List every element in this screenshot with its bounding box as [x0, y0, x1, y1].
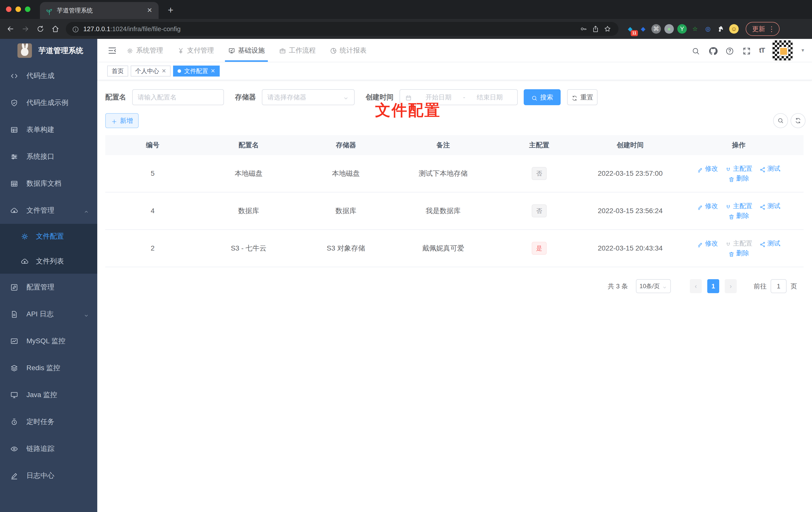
window-controls[interactable] — [6, 6, 30, 12]
sidebar-item-数据库文档[interactable]: 数据库文档 — [0, 170, 97, 197]
minimize-window-button[interactable] — [16, 6, 21, 12]
tag-文件配置[interactable]: 文件配置✕ — [173, 65, 220, 77]
back-icon[interactable] — [4, 23, 17, 35]
edit-pencil-icon — [697, 241, 703, 248]
chart-icon — [10, 337, 19, 345]
share-icon[interactable] — [589, 23, 602, 35]
nav-tab-基础设施[interactable]: 基础设施 — [228, 39, 265, 62]
extension-badge: 11 — [631, 30, 638, 36]
sidebar-item-文件管理[interactable]: 文件管理 — [0, 197, 97, 224]
tag-个人中心[interactable]: 个人中心✕ — [131, 65, 171, 77]
edit-action[interactable]: 修改 — [697, 239, 718, 248]
sidebar-item-Redis 监控[interactable]: Redis 监控 — [0, 355, 97, 381]
puzzle-extension-icon[interactable] — [716, 24, 726, 34]
nav-tab-系统管理[interactable]: 系统管理 — [126, 39, 163, 62]
delete-action[interactable]: 删除 — [728, 174, 749, 183]
master-action[interactable]: 主配置 — [725, 239, 752, 248]
close-window-button[interactable] — [6, 6, 11, 12]
nav-tab-统计报表[interactable]: 统计报表 — [330, 39, 367, 62]
command-extension-icon[interactable]: ⌘ — [651, 24, 661, 34]
recorder-extension-icon[interactable]: ● — [664, 24, 674, 34]
test-action[interactable]: 测试 — [759, 239, 780, 248]
sidebar-item-系统接口[interactable]: 系统接口 — [0, 143, 97, 170]
sliders-icon — [10, 153, 19, 161]
refresh-table-button[interactable] — [790, 113, 806, 128]
show-search-button[interactable] — [773, 113, 788, 128]
home-icon[interactable] — [49, 23, 62, 35]
forward-icon[interactable] — [19, 23, 32, 35]
cell-actions: 修改 主配置 测试 删除 — [674, 202, 804, 220]
tag-close-icon[interactable]: ✕ — [210, 68, 215, 74]
chrome-update-button[interactable]: 更新 ⋮ — [746, 22, 780, 36]
sidebar-item-配置管理[interactable]: 配置管理 — [0, 274, 97, 301]
sidebar-item-日志中心[interactable]: 日志中心 — [0, 462, 97, 489]
eye-extension-icon[interactable]: ◎ — [703, 24, 713, 34]
password-key-icon[interactable] — [578, 23, 589, 35]
browser-tab[interactable]: 芋道管理系统 ✕ — [40, 2, 158, 19]
sidebar-item-链路追踪[interactable]: 链路追踪 — [0, 435, 97, 462]
sidebar-item-表单构建[interactable]: 表单构建 — [0, 116, 97, 143]
table-body: 5 本地磁盘 本地磁盘 测试下本地存储 否 2022-03-15 23:57:0… — [105, 155, 804, 267]
sidebar-item-文件列表[interactable]: 文件列表 — [0, 249, 97, 274]
test-action[interactable]: 测试 — [759, 202, 780, 210]
tab-close-icon[interactable]: ✕ — [146, 6, 154, 14]
collapse-sidebar-icon[interactable] — [107, 46, 117, 55]
avatar-caret-down-icon[interactable]: ▼ — [801, 48, 805, 53]
search-button[interactable]: 搜索 — [524, 89, 561, 105]
tag-close-icon[interactable]: ✕ — [162, 68, 166, 74]
cell-id: 2 — [105, 244, 200, 252]
address-bar[interactable]: 127.0.0.1:1024/infra/file/file-config — [66, 22, 618, 36]
page-size-select[interactable]: 10条/页 — [636, 279, 671, 293]
sidebar-item-MySQL 监控[interactable]: MySQL 监控 — [0, 328, 97, 355]
sidebar-item-代码生成[interactable]: 代码生成 — [0, 62, 97, 89]
edit-action[interactable]: 修改 — [697, 202, 718, 210]
font-size-icon[interactable]: tT — [759, 47, 764, 54]
delete-action[interactable]: 删除 — [728, 211, 749, 220]
github-icon[interactable] — [708, 46, 717, 55]
site-info-icon[interactable] — [72, 24, 79, 34]
prev-page-button[interactable]: ‹ — [690, 279, 702, 293]
user-avatar[interactable] — [773, 40, 792, 60]
master-action[interactable]: 主配置 — [725, 202, 752, 210]
profile-avatar[interactable]: ☺ — [729, 24, 739, 34]
master-action[interactable]: 主配置 — [725, 164, 752, 173]
y-extension-icon[interactable]: Y — [677, 24, 687, 34]
master-tag: 否 — [532, 167, 547, 180]
add-button[interactable]: 新增 — [105, 113, 139, 128]
nav-tab-支付管理[interactable]: 支付管理 — [177, 39, 214, 62]
browser-menu-icon[interactable]: ⋮ — [768, 25, 775, 33]
test-action[interactable]: 测试 — [759, 164, 780, 173]
bookmark-star-icon[interactable] — [602, 23, 613, 35]
help-icon[interactable] — [725, 46, 734, 55]
sidebar-item-label: 配置管理 — [26, 282, 54, 292]
sidebar-item-定时任务[interactable]: 定时任务 — [0, 408, 97, 435]
pinned-extension-icon[interactable]: ◆11 — [626, 24, 635, 34]
tag-首页[interactable]: 首页 — [107, 65, 128, 77]
cell-id: 5 — [105, 170, 200, 178]
url-text: 127.0.0.1:1024/infra/file/file-config — [83, 25, 578, 33]
pen-icon — [10, 472, 19, 480]
search-icon[interactable] — [691, 46, 700, 55]
fullscreen-icon[interactable] — [742, 46, 751, 55]
sidebar-item-Java 监控[interactable]: Java 监控 — [0, 381, 97, 408]
edit-action[interactable]: 修改 — [697, 164, 718, 173]
sidebar-item-API 日志[interactable]: API 日志 — [0, 301, 97, 328]
maximize-window-button[interactable] — [25, 6, 30, 12]
goto-page-input[interactable]: 1 — [771, 279, 787, 293]
sidebar-item-文件配置[interactable]: 文件配置 — [0, 224, 97, 249]
balloon-extension-icon[interactable]: ◆ — [638, 24, 648, 34]
storage-select[interactable]: 请选择存储器 — [262, 89, 355, 105]
table-row: 4 数据库 数据库 我是数据库 否 2022-03-15 23:56:24 修改… — [105, 192, 804, 230]
nav-tab-工作流程[interactable]: 工作流程 — [279, 39, 316, 62]
star-extension-icon[interactable]: ☆ — [690, 24, 700, 34]
reset-button[interactable]: 重置 — [567, 89, 598, 105]
reload-icon[interactable] — [34, 23, 47, 35]
current-page-button[interactable]: 1 — [707, 279, 719, 293]
config-name-input[interactable]: 请输入配置名 — [132, 89, 224, 105]
sidebar-menu: 代码生成 代码生成示例 表单构建 系统接口 数据库文档 文件管理 文件配置 — [0, 62, 97, 512]
sidebar-item-label: Redis 监控 — [26, 363, 60, 373]
new-tab-button[interactable]: + — [165, 4, 177, 17]
next-page-button[interactable]: › — [725, 279, 737, 293]
delete-action[interactable]: 删除 — [728, 249, 749, 258]
sidebar-item-代码生成示例[interactable]: 代码生成示例 — [0, 89, 97, 116]
